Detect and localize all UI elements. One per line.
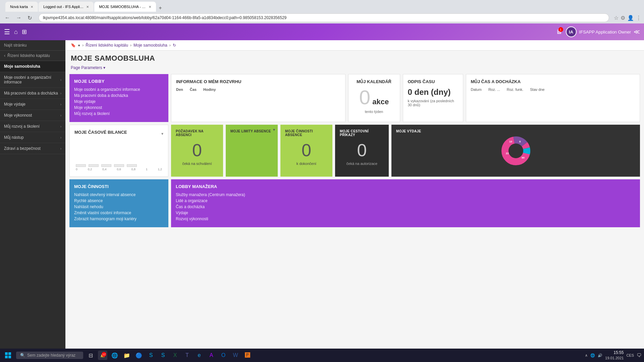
- odpis-card: ODPIS ČASU 0 den (dny) k vykazování (za …: [403, 74, 463, 122]
- absence-req-sub: čeká na schválení: [176, 162, 218, 166]
- sidebar-back[interactable]: ‹ Řízení lidského kapitálu: [0, 51, 65, 61]
- cinnosti-link-5[interactable]: Zobrazit harmonogram moji kariéry: [74, 217, 164, 221]
- grid-icon[interactable]: ⊞: [22, 28, 27, 36]
- schedule-title: INFORMACE O MÉM ROZVRHU: [176, 79, 340, 84]
- sidebar-item-vykonnost[interactable]: Moje výkonnost ›: [0, 110, 65, 121]
- sidebar-item-rozvoj[interactable]: Můj rozvoj a školení ›: [0, 121, 65, 132]
- cestovni-sub: čeká na autorizace: [340, 162, 384, 166]
- sidebar-item-vydaje[interactable]: Moje výdaje ›: [0, 99, 65, 110]
- lobby-link-3[interactable]: Moje výdaje: [74, 99, 164, 104]
- donut-container: 10 8 22 90: [396, 136, 635, 166]
- tab-3[interactable]: MOJE SAMOOBSLUHA - IFS App... ✕: [94, 2, 156, 12]
- page-title-bar: MOJE SAMOOBSLUHA: [65, 51, 644, 64]
- taskbar-notification-icon[interactable]: 🔔 12: [98, 351, 107, 360]
- absence-limit-dropdown-icon[interactable]: ▾: [273, 127, 275, 132]
- extensions-icon[interactable]: ⚙: [621, 15, 625, 21]
- user-menu-icon[interactable]: ≪: [634, 28, 640, 36]
- taskbar-task-view[interactable]: ⊟: [86, 351, 95, 360]
- taskbar-skype-icon[interactable]: S: [146, 351, 156, 360]
- sidebar-nastup-label: Můj nástup: [4, 135, 24, 140]
- page-params[interactable]: Page Parameters ▾: [65, 64, 644, 71]
- x-label-4: 0,8: [131, 168, 136, 171]
- taskbar-misc-icon[interactable]: 🅿: [243, 351, 252, 360]
- taskbar-search-placeholder: Sem zadejte hledaný výraz: [27, 353, 75, 358]
- taskbar-excel-icon[interactable]: X: [170, 351, 180, 360]
- page-params-label: Page Parameters ▾: [71, 65, 105, 70]
- schedule-cols: Den Čas Hodiny: [176, 87, 340, 92]
- home-icon[interactable]: ⌂: [14, 28, 18, 36]
- absence-req-card: POŽADAVEK NA ABSENCI 0 čeká na schválení: [171, 125, 223, 177]
- manager-link-4[interactable]: Výdaje: [176, 210, 635, 215]
- taskbar-word-icon[interactable]: W: [231, 351, 240, 360]
- taskbar-chrome-icon[interactable]: 🔵: [134, 351, 144, 360]
- breadcrumb-samoobsluha[interactable]: Moje samoobsluha: [133, 43, 167, 48]
- tab-2[interactable]: Logged out - IFS Applications ✕: [39, 2, 94, 12]
- breadcrumb-capital[interactable]: Řízení lidského kapitálu: [86, 43, 128, 48]
- menu-icon[interactable]: ⋮: [636, 15, 641, 21]
- reload-button[interactable]: ↻: [25, 14, 34, 22]
- sidebar-item-dochazka[interactable]: Má pracovní doba a docházka ›: [0, 88, 65, 99]
- svg-text:90: 90: [522, 156, 525, 159]
- taskbar-explorer-icon[interactable]: 📁: [122, 351, 131, 360]
- taskbar-search-bar[interactable]: 🔍 Sem zadejte hledaný výraz: [16, 352, 83, 359]
- new-tab-button[interactable]: +: [157, 4, 164, 12]
- content-area: 🔖 ● › Řízení lidského kapitálu › Moje sa…: [65, 40, 644, 349]
- lobby-link-1[interactable]: Moje osobní a organizační informace: [74, 87, 164, 92]
- lobby-link-2[interactable]: Má pracovní doba a docházka: [74, 93, 164, 98]
- sidebar-search[interactable]: Najít stránku: [0, 40, 65, 51]
- user-avatar: IA: [566, 26, 577, 37]
- cinnosti-link-2[interactable]: Rychlé absence: [74, 198, 164, 203]
- manager-link-1[interactable]: Služby manažera (Centrum manažera): [176, 192, 635, 197]
- tray-network-icon[interactable]: 🌐: [590, 353, 595, 358]
- sidebar-vykonnost-arrow: ›: [60, 114, 61, 117]
- hamburger-icon[interactable]: ☰: [4, 28, 10, 36]
- donut-chart: 10 8 22 90: [501, 136, 531, 166]
- tray-volume-icon[interactable]: 🔊: [598, 353, 602, 358]
- address-bar[interactable]: lkpvmpe4354.abs.local:48080/main/ifsappl…: [39, 13, 609, 22]
- sidebar-osobni-arrow: ›: [60, 78, 61, 82]
- refresh-icon[interactable]: ↻: [173, 43, 176, 48]
- sidebar-item-osobni[interactable]: Moje osobní a organizační informace ›: [0, 72, 65, 88]
- sidebar-item-zdravi[interactable]: Zdraví a bezpečnost ›: [0, 143, 65, 154]
- lobby-link-4[interactable]: Moje výkonnost: [74, 105, 164, 110]
- bilance-dropdown-icon[interactable]: ▾: [161, 131, 163, 136]
- bookmark-icon[interactable]: ☆: [614, 15, 619, 21]
- taskbar-skype2-icon[interactable]: S: [158, 351, 168, 360]
- page-title: MOJE SAMOOBSLUHA: [71, 54, 639, 63]
- tab-3-close[interactable]: ✕: [149, 5, 151, 9]
- calendar-number: 0: [359, 87, 370, 108]
- back-button[interactable]: ←: [3, 14, 12, 21]
- forward-button[interactable]: →: [14, 14, 23, 21]
- tray-arrow-icon[interactable]: ∧: [585, 353, 588, 358]
- sidebar-item-samoobsluha[interactable]: Moje samoobsluha: [0, 61, 65, 72]
- dochazka-col3: Roz. funk.: [507, 87, 524, 92]
- taskbar-outlook-icon[interactable]: O: [219, 351, 228, 360]
- tab-1-close[interactable]: ✕: [31, 5, 33, 9]
- taskbar: 🔍 Sem zadejte hledaný výraz ⊟ 🔔 12 🌐 📁 🔵…: [0, 349, 644, 362]
- cinnosti-link-1[interactable]: Nahlásit otevřený interval absence: [74, 192, 164, 197]
- cinnosti-link-3[interactable]: Nahlásit nehodu: [74, 204, 164, 209]
- lobby-link-5[interactable]: Můj rozvoj a školení: [74, 111, 164, 116]
- taskbar-notification-center-icon[interactable]: 🗨: [637, 353, 641, 358]
- sidebar-item-nastup[interactable]: Můj nástup ›: [0, 132, 65, 143]
- dochazka-card: MŮJ ČAS A DOCHÁZKA Datum Roz. ... Roz. f…: [466, 74, 640, 122]
- bookmark-icon-small[interactable]: 🔖: [71, 43, 76, 48]
- notification-icon[interactable]: 🖥 1: [556, 28, 562, 36]
- taskbar-teams-icon[interactable]: T: [182, 351, 192, 360]
- windows-start-button[interactable]: [3, 350, 13, 361]
- taskbar-edge-icon[interactable]: 🌐: [110, 351, 119, 360]
- windows-logo: [5, 352, 11, 359]
- tab-1[interactable]: Nová karta ✕: [5, 2, 38, 12]
- back-arrow-icon: ‹: [4, 53, 5, 58]
- cinnosti-link-4[interactable]: Změnit vlastní osobní informace: [74, 210, 164, 215]
- taskbar-app-icon[interactable]: A: [207, 351, 216, 360]
- profile-icon[interactable]: 👤: [627, 15, 634, 21]
- manager-link-2[interactable]: Lidé a organizace: [176, 198, 635, 203]
- tab-2-close[interactable]: ✕: [86, 5, 89, 9]
- manager-link-3[interactable]: Čas a docházka: [176, 204, 635, 209]
- manager-link-5[interactable]: Rozvoj výkonnosti: [176, 217, 635, 221]
- x-label-1: 0,2: [88, 168, 92, 171]
- taskbar-ie-icon[interactable]: e: [195, 351, 204, 360]
- svg-rect-10: [8, 352, 11, 355]
- svg-text:8: 8: [519, 140, 521, 143]
